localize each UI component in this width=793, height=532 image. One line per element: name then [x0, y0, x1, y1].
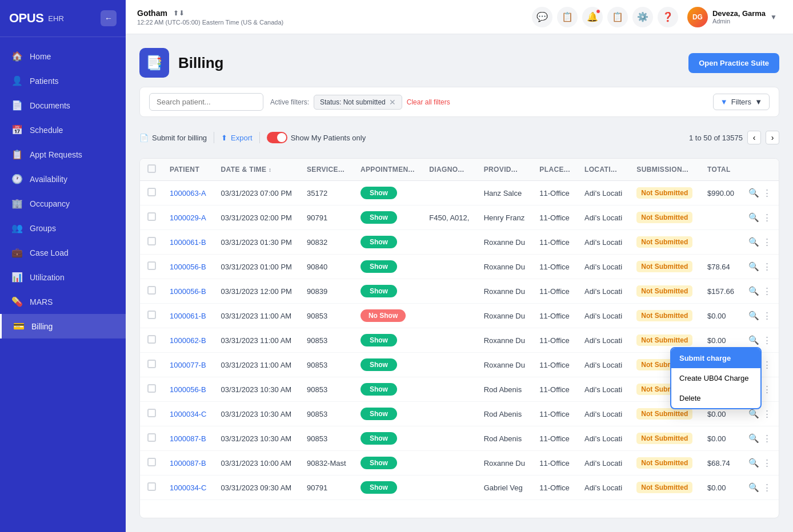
content-area: 📑 Billing Open Practice Suite Active fil… — [126, 34, 793, 532]
select-all-checkbox[interactable] — [147, 164, 156, 173]
sidebar-item-availability[interactable]: 🕐Availability — [0, 167, 126, 191]
row-checkbox-11[interactable] — [147, 458, 156, 466]
more-icon[interactable]: ⋮ — [763, 237, 771, 247]
row-checkbox-3[interactable] — [147, 261, 156, 270]
clipboard-button[interactable]: 📋 — [607, 7, 628, 27]
row-checkbox-5[interactable] — [147, 311, 156, 319]
row-checkbox-9[interactable] — [147, 409, 156, 417]
pagination-prev[interactable]: ‹ — [747, 131, 761, 144]
cell-place: 11-Office — [532, 205, 578, 230]
sidebar-item-occupancy[interactable]: 🏢Occupancy — [0, 191, 126, 216]
export-icon: ⬆ — [221, 134, 227, 142]
sidebar-item-case-load[interactable]: 💼Case Load — [0, 240, 126, 265]
notifications-button[interactable]: 🔔 — [582, 7, 603, 27]
more-icon[interactable]: ⋮ — [763, 433, 771, 444]
sidebar-item-appt-requests[interactable]: 📋Appt Requests — [0, 142, 126, 167]
more-icon[interactable]: ⋮ — [763, 335, 771, 345]
zoom-icon[interactable]: 🔍 — [748, 409, 759, 419]
more-icon[interactable]: ⋮ — [763, 311, 771, 321]
schedule-icon: 📅 — [11, 124, 23, 135]
sidebar-item-utilization[interactable]: 📊Utilization — [0, 265, 126, 289]
show-my-patients-item[interactable]: Show My Patients only — [267, 132, 366, 143]
sidebar-item-patients[interactable]: 👤Patients — [0, 68, 126, 93]
search-input[interactable] — [149, 93, 263, 111]
cell-datetime: 03/31/2023 11:00 AM — [214, 304, 300, 328]
show-my-patients-toggle[interactable] — [267, 132, 287, 143]
sidebar-toggle[interactable]: ← — [101, 10, 117, 26]
cell-actions: 🔍 ⋮ — [742, 426, 779, 451]
filter-chip-remove[interactable]: ✕ — [389, 98, 396, 107]
help-button[interactable]: ❓ — [658, 7, 678, 27]
more-icon[interactable]: ⋮ — [763, 261, 771, 272]
zoom-icon[interactable]: 🔍 — [748, 237, 759, 247]
chat-button[interactable]: 💬 — [532, 7, 552, 27]
appt-badge-show: Show — [361, 432, 397, 445]
more-icon[interactable]: ⋮ — [763, 360, 771, 370]
row-checkbox-10[interactable] — [147, 433, 156, 442]
zoom-icon[interactable]: 🔍 — [748, 482, 759, 493]
more-icon[interactable]: ⋮ — [763, 409, 771, 419]
row-checkbox-2[interactable] — [147, 237, 156, 245]
settings-button[interactable]: ⚙️ — [632, 7, 653, 27]
row-checkbox-4[interactable] — [147, 286, 156, 295]
row-checkbox-6[interactable] — [147, 335, 156, 344]
cell-total: $68.74 — [700, 451, 742, 475]
context-menu-submit-charge[interactable]: Submit charge — [671, 348, 760, 368]
filters-button[interactable]: ▼ Filters ▼ — [713, 94, 770, 110]
cell-diagnosis — [422, 279, 476, 304]
location-arrow[interactable]: ⬆⬇ — [173, 9, 185, 17]
more-icon[interactable]: ⋮ — [763, 458, 771, 468]
table-row: 1000061-B 03/31/2023 01:30 PM 90832 Show… — [140, 230, 779, 255]
export-item[interactable]: ⬆ Export — [221, 134, 253, 142]
row-checkbox-0[interactable] — [147, 188, 156, 196]
cell-location: Adi's Locati — [578, 451, 630, 475]
notes-button[interactable]: 📋 — [557, 7, 578, 27]
zoom-icon[interactable]: 🔍 — [748, 335, 759, 345]
sidebar-item-mars[interactable]: 💊MARS — [0, 289, 126, 314]
notification-dot — [596, 9, 600, 14]
row-checkbox-8[interactable] — [147, 384, 156, 393]
col-place: PLACE... — [532, 159, 578, 181]
zoom-icon[interactable]: 🔍 — [748, 212, 759, 223]
open-practice-suite-button[interactable]: Open Practice Suite — [688, 53, 779, 73]
sidebar-item-documents[interactable]: 📄Documents — [0, 93, 126, 118]
filters-chevron-icon: ▼ — [755, 98, 762, 106]
more-icon[interactable]: ⋮ — [763, 188, 771, 198]
row-checkbox-12[interactable] — [147, 482, 156, 491]
user-avatar: DG — [687, 7, 708, 27]
more-icon[interactable]: ⋮ — [763, 384, 771, 394]
cell-datetime: 03/31/2023 10:30 AM — [214, 426, 300, 451]
submit-billing-item[interactable]: 📄 Submit for billing — [139, 134, 207, 142]
sidebar-item-billing[interactable]: 💳Billing — [0, 314, 126, 338]
sidebar-item-home[interactable]: 🏠Home — [0, 44, 126, 68]
clear-all-filters[interactable]: Clear all filters — [407, 98, 450, 106]
cell-actions: 🔍 ⋮ — [742, 181, 779, 205]
submission-badge: Not Submitted — [636, 310, 692, 321]
sidebar-label-case-load: Case Load — [30, 248, 69, 257]
zoom-icon[interactable]: 🔍 — [748, 311, 759, 321]
sidebar-label-utilization: Utilization — [30, 273, 65, 282]
more-icon[interactable]: ⋮ — [763, 482, 771, 493]
row-checkbox-1[interactable] — [147, 212, 156, 221]
cell-actions: 🔍 ⋮ — [742, 205, 779, 230]
context-menu-delete[interactable]: Delete — [671, 388, 760, 408]
pagination-next[interactable]: › — [766, 131, 779, 144]
cell-provider: Hanz Salce — [477, 181, 533, 205]
zoom-icon[interactable]: 🔍 — [748, 286, 759, 296]
more-icon[interactable]: ⋮ — [763, 212, 771, 223]
sidebar-label-appt-requests: Appt Requests — [30, 150, 82, 159]
sidebar-item-schedule[interactable]: 📅Schedule — [0, 118, 126, 142]
zoom-icon[interactable]: 🔍 — [748, 433, 759, 444]
user-name: Deveza, Garma — [712, 9, 766, 18]
more-icon[interactable]: ⋮ — [763, 286, 771, 296]
cell-submission: Not Submitted — [630, 475, 700, 500]
zoom-icon[interactable]: 🔍 — [748, 188, 759, 198]
zoom-icon[interactable]: 🔍 — [748, 261, 759, 272]
zoom-icon[interactable]: 🔍 — [748, 458, 759, 468]
sidebar-item-groups[interactable]: 👥Groups — [0, 216, 126, 240]
context-menu-create-ub04[interactable]: Create UB04 Charge — [671, 368, 760, 388]
cell-location: Adi's Locati — [578, 377, 630, 402]
row-checkbox-7[interactable] — [147, 360, 156, 368]
cell-service: 90832 — [300, 230, 354, 255]
user-menu[interactable]: DG Deveza, Garma Admin ▼ — [683, 5, 782, 30]
